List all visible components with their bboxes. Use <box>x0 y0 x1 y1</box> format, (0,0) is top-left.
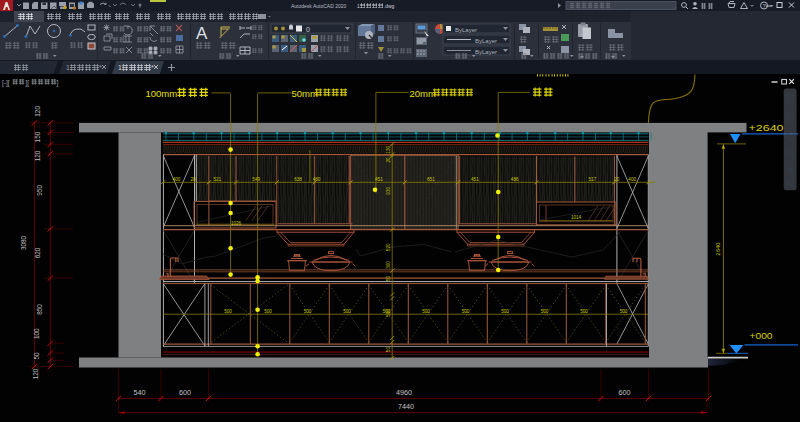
svg-text:500: 500 <box>304 309 312 314</box>
svg-text:500: 500 <box>620 309 628 314</box>
svg-text:930: 930 <box>386 187 391 195</box>
svg-text:4960: 4960 <box>396 388 412 397</box>
svg-text:1026: 1026 <box>231 221 242 226</box>
svg-text:120: 120 <box>32 368 39 379</box>
svg-text:50: 50 <box>386 347 391 353</box>
svg-text:50: 50 <box>386 276 391 282</box>
svg-text:549: 549 <box>252 177 260 182</box>
svg-text:ByLayer: ByLayer <box>475 38 497 44</box>
svg-text:2640: 2640 <box>715 242 721 256</box>
svg-text:451: 451 <box>375 177 383 182</box>
svg-text:500: 500 <box>264 309 272 314</box>
svg-text:[-][: [-][ <box>2 79 10 87</box>
svg-text:3080: 3080 <box>20 235 27 250</box>
svg-text:120: 120 <box>34 106 41 117</box>
svg-text:20: 20 <box>614 177 620 182</box>
svg-text:+000: +000 <box>750 330 773 341</box>
svg-text:500: 500 <box>501 309 509 314</box>
svg-text:130: 130 <box>386 146 391 154</box>
svg-text:][: ][ <box>26 79 30 87</box>
svg-text:50: 50 <box>33 352 40 360</box>
svg-text:120: 120 <box>34 150 41 161</box>
svg-text:500: 500 <box>224 309 232 314</box>
svg-text:850: 850 <box>36 304 43 315</box>
svg-text:A: A <box>196 24 208 43</box>
svg-text:150: 150 <box>34 131 41 142</box>
svg-text:20: 20 <box>190 177 196 182</box>
svg-text:20: 20 <box>386 157 391 163</box>
svg-text:100: 100 <box>33 328 40 339</box>
svg-text:651: 651 <box>427 177 435 182</box>
svg-text:]: ] <box>57 79 59 87</box>
svg-text:7440: 7440 <box>398 402 414 411</box>
svg-text:451: 451 <box>471 177 479 182</box>
svg-text:500: 500 <box>580 309 588 314</box>
svg-text:520: 520 <box>386 243 391 251</box>
svg-text:517: 517 <box>589 177 597 182</box>
svg-text:500: 500 <box>343 309 351 314</box>
svg-text:ByLayer: ByLayer <box>455 27 477 33</box>
svg-text:950: 950 <box>36 185 43 196</box>
svg-text:20mm: 20mm <box>410 88 436 99</box>
svg-text:400: 400 <box>173 177 181 182</box>
svg-text:500: 500 <box>422 309 430 314</box>
svg-text:486: 486 <box>511 177 519 182</box>
svg-text:ByLayer: ByLayer <box>475 49 497 55</box>
svg-text:600: 600 <box>179 388 191 397</box>
svg-text:400: 400 <box>628 177 636 182</box>
svg-text:480: 480 <box>313 177 321 182</box>
svg-text:521: 521 <box>213 177 221 182</box>
svg-text:500: 500 <box>541 309 549 314</box>
svg-text:50mm: 50mm <box>292 88 318 99</box>
svg-text:600: 600 <box>619 388 631 397</box>
svg-text:+2640: +2640 <box>749 122 784 133</box>
svg-text:500: 500 <box>462 309 470 314</box>
svg-text:0: 0 <box>306 26 310 33</box>
svg-text:620: 620 <box>34 247 41 258</box>
svg-text:1014: 1014 <box>571 215 582 220</box>
svg-text:300: 300 <box>386 261 391 269</box>
svg-text:500: 500 <box>386 309 391 317</box>
svg-text:540: 540 <box>134 388 146 397</box>
svg-text:100mm: 100mm <box>146 88 178 99</box>
svg-text:638: 638 <box>294 177 302 182</box>
